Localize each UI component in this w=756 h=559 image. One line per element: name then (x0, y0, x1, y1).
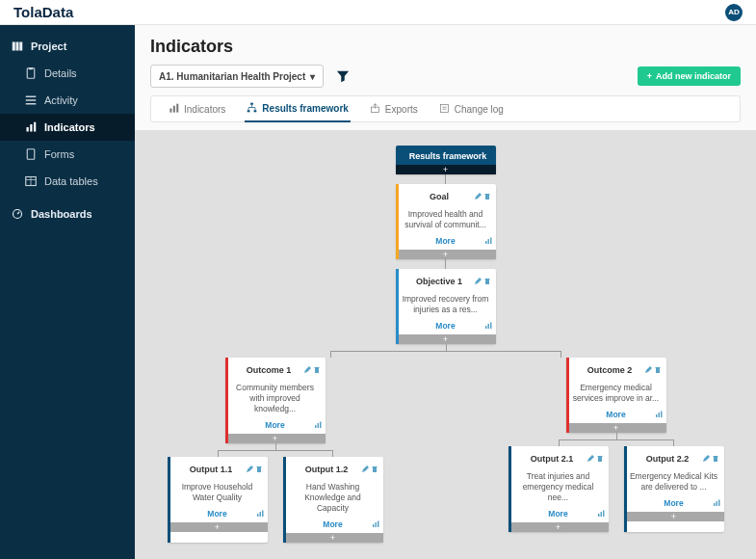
delete-icon[interactable] (596, 452, 604, 466)
node-title: Output 1.1 (177, 465, 246, 474)
edit-icon[interactable] (587, 452, 594, 466)
add-child-button[interactable]: + (624, 512, 724, 521)
node-outcome-1[interactable]: Outcome 1 Community members with improve… (225, 358, 326, 443)
sidebar-item-project[interactable]: Project (0, 33, 135, 60)
svg-rect-69 (716, 501, 717, 506)
sidebar-item-details[interactable]: Details (0, 60, 135, 87)
sidebar-item-datatables[interactable]: Data tables (0, 168, 135, 195)
svg-rect-7 (26, 103, 37, 105)
chart-icon (25, 121, 37, 133)
tab-exports[interactable]: Exports (368, 97, 420, 121)
svg-rect-5 (26, 96, 37, 98)
add-child-button[interactable]: + (396, 165, 496, 174)
edit-icon[interactable] (361, 463, 369, 476)
node-goal[interactable]: Goal Improved health and survival of com… (396, 184, 496, 259)
node-more-link[interactable]: More (225, 418, 326, 434)
delete-icon[interactable] (313, 363, 321, 377)
sidebar-item-activity[interactable]: Activity (0, 87, 135, 114)
node-outcome-2[interactable]: Outcome 2 Emergency medical services imp… (566, 358, 666, 433)
node-body: Community members with improved knowledg… (225, 381, 326, 418)
page-title: Indicators (150, 37, 741, 57)
tab-changelog[interactable]: Change log (437, 97, 506, 121)
edit-icon[interactable] (474, 275, 482, 288)
edit-icon[interactable] (474, 190, 482, 203)
tab-results-framework[interactable]: Results framework (245, 96, 350, 122)
node-more-link[interactable]: More (624, 496, 724, 512)
node-more-link[interactable]: More (396, 234, 496, 250)
add-child-button[interactable]: + (566, 423, 666, 433)
svg-rect-44 (317, 423, 319, 428)
svg-rect-20 (250, 102, 253, 104)
svg-rect-52 (372, 466, 377, 467)
chart-icon (484, 237, 492, 247)
svg-rect-66 (714, 457, 717, 462)
table-icon (25, 175, 37, 187)
node-title: Output 2.2 (634, 454, 702, 464)
add-button-label: Add new indicator (656, 71, 731, 81)
funnel-icon (336, 69, 350, 83)
node-body: Treat injuries and emergency medical nee… (508, 469, 609, 507)
node-output-2-1[interactable]: Output 2.1 Treat injuries and emergency … (508, 446, 609, 532)
add-indicator-button[interactable]: + Add new indicator (638, 67, 741, 86)
tab-label: Indicators (184, 104, 225, 115)
svg-rect-32 (484, 194, 489, 195)
node-more-link[interactable]: More (508, 507, 609, 522)
chart-icon (314, 421, 322, 431)
sidebar-label: Indicators (44, 121, 95, 133)
node-more-link[interactable]: More (396, 319, 496, 334)
tab-indicators[interactable]: Indicators (167, 97, 227, 121)
svg-rect-17 (169, 108, 171, 112)
node-root[interactable]: Results framework + (396, 146, 496, 174)
edit-icon[interactable] (303, 363, 311, 377)
svg-rect-40 (490, 323, 492, 330)
node-output-2-2[interactable]: Output 2.2 Emergency Medical Kits are de… (624, 446, 724, 532)
node-more-link[interactable]: More (283, 518, 383, 533)
delete-icon[interactable] (255, 463, 263, 476)
delete-icon[interactable] (712, 452, 719, 466)
node-output-1-2[interactable]: Output 1.2 Hand Washing Knowledge and Ca… (283, 457, 383, 543)
node-objective[interactable]: Objective 1 Improved recovery from injur… (396, 269, 496, 344)
svg-rect-6 (26, 99, 37, 101)
svg-rect-3 (27, 68, 35, 79)
project-select[interactable]: A1. Humanitarian Health Project ▾ (150, 65, 324, 88)
svg-rect-4 (29, 67, 34, 69)
node-title: Objective 1 (405, 277, 474, 286)
edit-icon[interactable] (246, 463, 253, 476)
edit-icon[interactable] (702, 452, 710, 466)
chart-icon (713, 499, 720, 509)
sidebar-item-dashboards[interactable]: Dashboards (0, 200, 135, 227)
node-title: Output 1.2 (293, 465, 361, 474)
export-icon (370, 103, 380, 116)
chevron-down-icon: ▾ (310, 71, 315, 82)
svg-rect-50 (262, 511, 264, 518)
sidebar-label: Data tables (44, 175, 98, 187)
add-child-button[interactable]: + (508, 522, 609, 532)
node-more-link[interactable]: More (168, 507, 268, 522)
svg-rect-63 (598, 514, 600, 517)
add-child-button[interactable]: + (168, 522, 268, 532)
add-child-button[interactable]: + (283, 533, 383, 543)
sidebar-label: Activity (44, 94, 78, 106)
svg-rect-57 (655, 367, 660, 368)
svg-rect-9 (30, 124, 32, 132)
node-more-link[interactable]: More (566, 408, 666, 423)
delete-icon[interactable] (483, 190, 491, 203)
add-child-button[interactable]: + (396, 250, 496, 259)
sidebar-item-indicators[interactable]: Indicators (0, 114, 135, 141)
delete-icon[interactable] (371, 463, 378, 476)
svg-rect-53 (373, 524, 375, 527)
sidebar-item-forms[interactable]: Forms (0, 141, 135, 168)
delete-icon[interactable] (483, 275, 491, 288)
sidebar-label: Dashboards (31, 208, 92, 220)
node-output-1-1[interactable]: Output 1.1 Improve Household Water Quali… (168, 457, 268, 543)
filter-button[interactable] (333, 67, 352, 86)
delete-icon[interactable] (654, 363, 662, 377)
tabs: Indicators Results framework Exports Cha… (150, 95, 741, 122)
add-child-button[interactable]: + (396, 334, 496, 344)
edit-icon[interactable] (644, 363, 652, 377)
svg-rect-37 (484, 279, 489, 280)
add-child-button[interactable]: + (225, 434, 326, 443)
sidebar: Project Details Activity Indicators Form… (0, 25, 135, 559)
svg-rect-39 (487, 324, 489, 329)
user-avatar[interactable]: AD (725, 4, 743, 21)
